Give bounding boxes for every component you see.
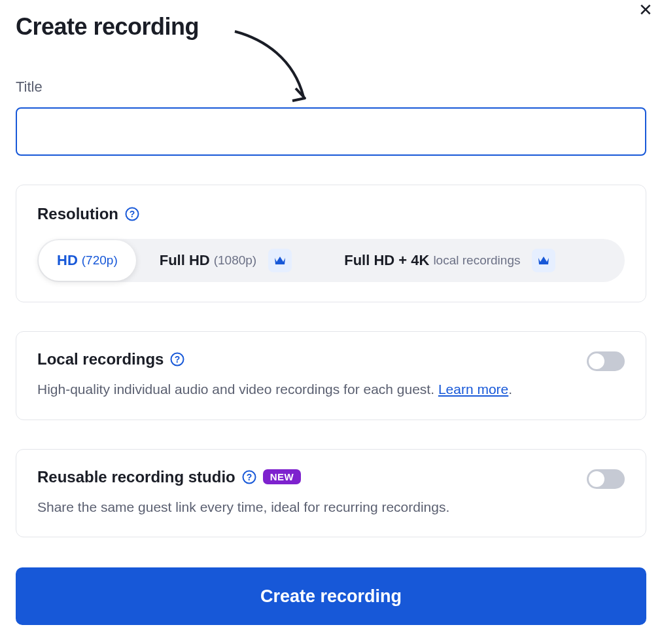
resolution-option-main: HD xyxy=(57,252,78,269)
resolution-option-fullhd[interactable]: Full HD (1080p) xyxy=(136,240,305,281)
reusable-studio-help-icon[interactable]: ? xyxy=(242,470,256,484)
close-button[interactable]: ✕ xyxy=(638,0,653,20)
close-icon: ✕ xyxy=(638,0,653,20)
svg-text:?: ? xyxy=(130,209,135,219)
resolution-option-4k[interactable]: Full HD + 4K local recordings xyxy=(305,240,572,281)
local-recordings-title: Local recordings xyxy=(37,350,164,368)
learn-more-link[interactable]: Learn more xyxy=(438,382,508,397)
title-label: Title xyxy=(16,79,646,96)
crown-icon xyxy=(268,249,292,272)
resolution-option-main: Full HD xyxy=(160,252,210,269)
resolution-option-sub: local recordings xyxy=(433,253,520,268)
local-recordings-toggle[interactable] xyxy=(587,351,625,371)
reusable-studio-toggle[interactable] xyxy=(587,469,625,489)
svg-text:?: ? xyxy=(246,472,252,482)
resolution-help-icon[interactable]: ? xyxy=(125,207,139,221)
resolution-title: Resolution xyxy=(37,205,118,223)
local-recordings-description: High-quality individual audio and video … xyxy=(37,379,587,400)
resolution-option-sub: (720p) xyxy=(82,253,118,268)
local-recordings-help-icon[interactable]: ? xyxy=(170,352,184,367)
resolution-option-hd[interactable]: HD (720p) xyxy=(39,240,136,281)
page-title: Create recording xyxy=(16,13,199,41)
reusable-studio-description: Share the same guest link every time, id… xyxy=(37,497,587,518)
resolution-option-sub: (1080p) xyxy=(214,253,257,268)
title-input[interactable] xyxy=(16,107,646,156)
crown-icon xyxy=(532,249,555,272)
toggle-knob xyxy=(589,471,604,487)
reusable-studio-title: Reusable recording studio xyxy=(37,468,235,486)
svg-text:?: ? xyxy=(175,354,181,365)
new-badge: NEW xyxy=(263,469,302,484)
resolution-option-main: Full HD + 4K xyxy=(344,252,429,269)
toggle-knob xyxy=(589,353,604,369)
resolution-segmented-control: HD (720p) Full HD (1080p) Full HD + 4K l… xyxy=(37,239,625,282)
create-recording-button[interactable]: Create recording xyxy=(16,567,646,625)
